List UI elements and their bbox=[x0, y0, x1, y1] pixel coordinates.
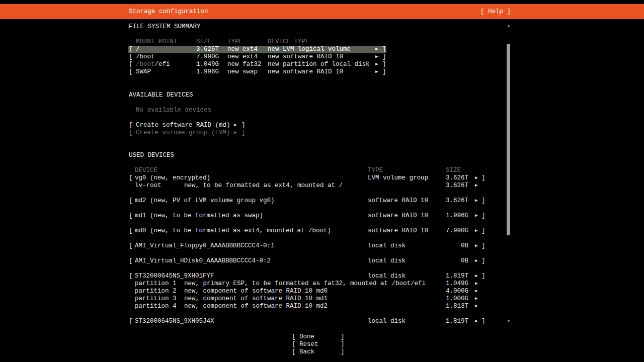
device-type: local disk bbox=[368, 318, 406, 325]
used-device-row[interactable]: [md1 (new, to be formatted as swap)softw… bbox=[0, 212, 644, 220]
bracket: [ bbox=[292, 333, 296, 341]
bracket: [ bbox=[292, 341, 296, 348]
submenu-arrow-icon: ▶ bbox=[234, 122, 236, 129]
done-button[interactable]: [Done] bbox=[0, 333, 644, 341]
child-size: 1.049G bbox=[423, 280, 468, 288]
bracket: ] bbox=[481, 174, 486, 182]
used-device-row[interactable]: [ST32000645NS_9XH05J4Xlocal disk1.819T▶] bbox=[0, 318, 644, 325]
bracket: ] bbox=[242, 122, 246, 129]
expand-arrow-icon: ▶ bbox=[475, 288, 477, 295]
bracket: [ bbox=[129, 197, 133, 205]
action-label: Create software RAID (md) bbox=[136, 122, 230, 129]
expand-arrow-icon: ▶ bbox=[475, 257, 477, 265]
child-name: partition 3 bbox=[135, 295, 177, 303]
fs-summary-row[interactable]: [/boot/efi1.049Gnew fat32new partition o… bbox=[0, 61, 644, 68]
child-detail: new, component of software RAID 10 md2 bbox=[184, 303, 328, 310]
size: 7.990G bbox=[196, 53, 219, 61]
device-child-row[interactable]: partition 1new, primary ESP, to be forma… bbox=[0, 280, 644, 288]
bracket: [ bbox=[129, 46, 133, 53]
bracket: ] bbox=[382, 68, 386, 76]
bracket: [ bbox=[129, 122, 133, 129]
expand-arrow-icon: ▶ bbox=[475, 280, 477, 288]
child-name: partition 2 bbox=[135, 288, 177, 295]
bracket: ] bbox=[341, 341, 345, 348]
fs-summary-row[interactable]: [/boot7.990Gnew ext4new software RAID 10… bbox=[0, 53, 644, 61]
expand-arrow-icon: ▶ bbox=[475, 295, 477, 303]
help-button[interactable]: [ Help ] bbox=[480, 4, 511, 19]
used-device-row[interactable]: [md2 (new, PV of LVM volume group vg0)so… bbox=[0, 197, 644, 205]
size: 3.626T bbox=[196, 46, 219, 53]
fs-type: new swap bbox=[227, 68, 258, 76]
button-label: Reset bbox=[299, 341, 318, 348]
create-lvm-action: [Create volume group (LVM)▶] bbox=[0, 129, 644, 137]
device-child-row[interactable]: partition 2new, component of software RA… bbox=[0, 288, 644, 295]
file-system-summary-heading-row: FILE SYSTEM SUMMARY bbox=[0, 23, 644, 31]
expand-arrow-icon: ▶ bbox=[375, 53, 378, 61]
device-name: ST32000645NS_9XH01FYF bbox=[135, 273, 214, 280]
bracket: ] bbox=[382, 46, 386, 53]
action-label: Create volume group (LVM) bbox=[136, 129, 230, 137]
fs-type: new ext4 bbox=[227, 53, 258, 61]
storage-configuration-screen: Storage configuration [ Help ] FILE SYST… bbox=[0, 0, 644, 362]
bracket: [ bbox=[129, 257, 133, 265]
expand-arrow-icon: ▶ bbox=[475, 182, 477, 190]
device-type: new software RAID 10 bbox=[268, 53, 343, 61]
child-detail: new, to be formatted as ext4, mounted at… bbox=[184, 182, 343, 190]
fs-type: new ext4 bbox=[227, 46, 258, 53]
bracket: ] bbox=[481, 197, 486, 205]
fs-summary-row[interactable]: [/3.626Tnew ext4new LVM logical volume▶] bbox=[0, 46, 644, 53]
bracket: ] bbox=[481, 242, 486, 250]
expand-arrow-icon: ▶ bbox=[475, 318, 477, 325]
scroll-up-icon[interactable]: ▲ bbox=[505, 23, 512, 29]
bracket: ] bbox=[481, 273, 486, 280]
device-type: software RAID 10 bbox=[368, 197, 428, 205]
device-child-row[interactable]: partition 4new, component of software RA… bbox=[0, 303, 644, 310]
used-devices-column-headers: DEVICETYPESIZE bbox=[0, 167, 644, 174]
bracket: [ bbox=[129, 212, 133, 220]
device-type: software RAID 10 bbox=[368, 212, 428, 220]
device-child-row[interactable]: partition 3new, component of software RA… bbox=[0, 295, 644, 303]
child-size: 1.813T bbox=[423, 303, 468, 310]
child-name: lv-root bbox=[135, 182, 162, 190]
used-device-row[interactable]: [ST32000645NS_9XH01FYFlocal disk1.819T▶] bbox=[0, 273, 644, 280]
device-size: 3.626T bbox=[423, 174, 468, 182]
expand-arrow-icon: ▶ bbox=[475, 212, 477, 220]
no-available-devices-row: No available devices bbox=[0, 107, 644, 114]
available-devices-heading-row: AVAILABLE DEVICES bbox=[0, 92, 644, 99]
expand-arrow-icon: ▶ bbox=[375, 46, 378, 53]
back-button[interactable]: [Back] bbox=[0, 348, 644, 356]
device-name: md2 (new, PV of LVM volume group vg0) bbox=[135, 197, 275, 205]
reset-button[interactable]: [Reset] bbox=[0, 341, 644, 348]
fs-summary-row[interactable]: [SWAP1.996Gnew swapnew software RAID 10▶… bbox=[0, 68, 644, 76]
used-device-row[interactable]: [AMI_Virtual_Floppy0_AAAABBBBCCCC4-0:1lo… bbox=[0, 242, 644, 250]
bracket: ] bbox=[382, 53, 386, 61]
section-heading: USED DEVICES bbox=[129, 152, 174, 159]
child-detail: new, component of software RAID 10 md1 bbox=[184, 295, 328, 303]
column-header: MOUNT POINT bbox=[136, 38, 178, 46]
create-raid-action[interactable]: [Create software RAID (md)▶] bbox=[0, 122, 644, 129]
bracket: ] bbox=[481, 318, 486, 325]
button-label: Back bbox=[299, 348, 314, 356]
used-device-row[interactable]: [vg0 (new, encrypted)LVM volume group3.6… bbox=[0, 174, 644, 182]
column-header: SIZE bbox=[446, 167, 461, 174]
bracket: [ bbox=[129, 129, 133, 137]
column-header: DEVICE TYPE bbox=[268, 38, 309, 46]
mount-point: /efi bbox=[155, 61, 170, 68]
empty-state-text: No available devices bbox=[136, 107, 211, 114]
mount-point: /boot bbox=[136, 53, 155, 61]
used-device-row[interactable]: [AMI_Virtual_HDisk0_AAAABBBBCCCC4-0:2loc… bbox=[0, 257, 644, 265]
fs-summary-column-headers: MOUNT POINTSIZETYPEDEVICE TYPE bbox=[0, 38, 644, 46]
device-name: AMI_Virtual_Floppy0_AAAABBBBCCCC4-0:1 bbox=[135, 242, 275, 250]
column-header: SIZE bbox=[196, 38, 211, 46]
mount-point: SWAP bbox=[136, 68, 151, 76]
expand-arrow-icon: ▶ bbox=[475, 197, 477, 205]
page-title: Storage configuration bbox=[129, 4, 208, 19]
bracket: [ bbox=[129, 273, 133, 280]
device-child-row[interactable]: lv-rootnew, to be formatted as ext4, mou… bbox=[0, 182, 644, 190]
used-device-row[interactable]: [md0 (new, to be formatted as ext4, moun… bbox=[0, 227, 644, 235]
child-name: partition 1 bbox=[135, 280, 177, 288]
header-bar: Storage configuration [ Help ] bbox=[0, 4, 644, 19]
device-name: ST32000645NS_9XH05J4X bbox=[135, 318, 214, 325]
device-size: 1.996G bbox=[423, 212, 468, 220]
bracket: ] bbox=[481, 227, 486, 235]
